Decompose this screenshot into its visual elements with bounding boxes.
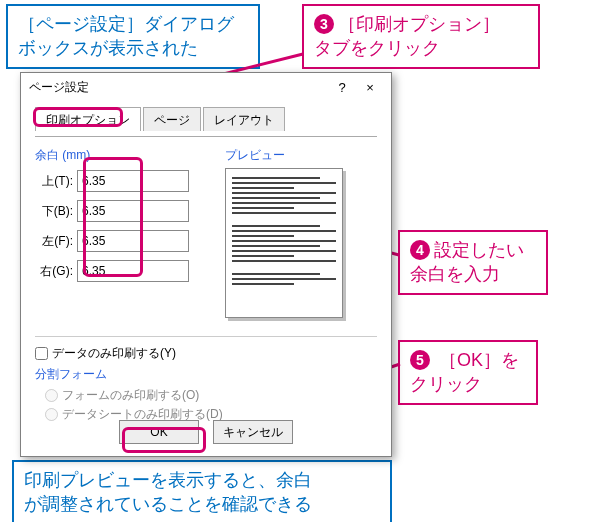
tabs: 印刷オプション ページ レイアウト (35, 107, 377, 131)
margin-left-input[interactable] (77, 230, 189, 252)
titlebar: ページ設定 ? × (21, 73, 391, 101)
callout-text: 印刷プレビューを表示すると、余白 が調整されていることを確認できる (24, 470, 312, 514)
close-button[interactable]: × (357, 77, 383, 97)
margin-left-label: 左(F): (35, 233, 77, 250)
radio-form-label: フォームのみ印刷する(O) (62, 387, 199, 404)
tab-layout[interactable]: レイアウト (203, 107, 285, 131)
radio-form-only (45, 389, 58, 402)
data-only-checkbox[interactable] (35, 347, 48, 360)
margins-title: 余白 (mm) (35, 147, 207, 164)
tab-print-options[interactable]: 印刷オプション (35, 107, 141, 131)
help-button[interactable]: ? (329, 77, 355, 97)
margins-group: 余白 (mm) 上(T): 下(B): 左(F): 右(G): (35, 147, 207, 318)
callout-step4: 4設定したい 余白を入力 (398, 230, 548, 295)
badge-5: 5 (410, 350, 430, 370)
callout-bottom: 印刷プレビューを表示すると、余白 が調整されていることを確認できる (12, 460, 392, 522)
data-only-label: データのみ印刷する(Y) (52, 345, 176, 362)
cancel-button[interactable]: キャンセル (213, 420, 293, 444)
badge-3: 3 (314, 14, 334, 34)
margin-bottom-label: 下(B): (35, 203, 77, 220)
dialog-body: 印刷オプション ページ レイアウト 余白 (mm) 上(T): 下(B): 左(… (21, 101, 391, 435)
callout-text: ［ページ設定］ダイアログ ボックスが表示された (18, 14, 234, 58)
preview-page (225, 168, 343, 318)
margin-top-label: 上(T): (35, 173, 77, 190)
dialog-title: ページ設定 (29, 79, 327, 96)
margin-right-input[interactable] (77, 260, 189, 282)
preview-group: プレビュー (225, 147, 377, 318)
badge-4: 4 (410, 240, 430, 260)
callout-dialog-shown: ［ページ設定］ダイアログ ボックスが表示された (6, 4, 260, 69)
preview-title: プレビュー (225, 147, 377, 164)
page-setup-dialog: ページ設定 ? × 印刷オプション ページ レイアウト 余白 (mm) 上(T)… (20, 72, 392, 457)
margin-top-input[interactable] (77, 170, 189, 192)
margin-right-label: 右(G): (35, 263, 77, 280)
margin-bottom-input[interactable] (77, 200, 189, 222)
callout-step3: 3［印刷オプション］ タブをクリック (302, 4, 540, 69)
callout-text: ［印刷オプション］ タブをクリック (314, 14, 500, 58)
tab-page[interactable]: ページ (143, 107, 201, 131)
split-form-title: 分割フォーム (35, 366, 377, 383)
data-only-row: データのみ印刷する(Y) (35, 345, 377, 362)
callout-step5: 5 ［OK］を クリック (398, 340, 538, 405)
ok-button[interactable]: OK (119, 420, 199, 444)
